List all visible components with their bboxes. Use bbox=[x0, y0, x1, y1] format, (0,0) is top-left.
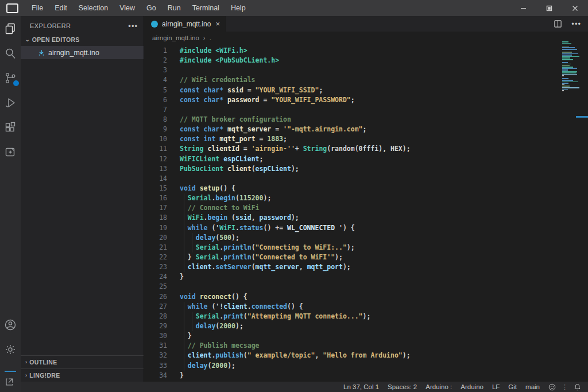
timeline-section[interactable]: › LING!DRE bbox=[21, 368, 144, 382]
overflow-dots-icon[interactable]: ⋮ bbox=[562, 383, 568, 391]
code-line[interactable]: 32 client.publish(" examplle/topic", "He… bbox=[144, 351, 588, 360]
line-number[interactable]: 7 bbox=[144, 105, 167, 115]
line-number[interactable]: 2 bbox=[144, 56, 167, 65]
settings-gear-icon[interactable] bbox=[3, 343, 17, 356]
code-line[interactable]: 9const char* mqtt_server = '"-mqtt.airng… bbox=[144, 125, 588, 134]
minimap[interactable] bbox=[562, 41, 581, 92]
code-line[interactable]: 25 bbox=[144, 282, 588, 292]
line-number[interactable]: 12 bbox=[144, 154, 167, 164]
line-number[interactable]: 33 bbox=[144, 361, 167, 371]
code-line[interactable]: 1#include <WIFi.h> bbox=[144, 46, 588, 56]
line-number[interactable]: 24 bbox=[144, 272, 167, 282]
menu-item-view[interactable]: View bbox=[114, 4, 141, 12]
minimize-icon[interactable] bbox=[510, 0, 536, 16]
add-panel-icon[interactable] bbox=[3, 145, 17, 159]
open-editors-section[interactable]: ⌄ OPEN EDITORS bbox=[21, 33, 144, 46]
more-actions-icon[interactable]: ••• bbox=[571, 20, 581, 28]
line-number[interactable]: 10 bbox=[144, 134, 167, 144]
tab-close-icon[interactable]: × bbox=[215, 20, 220, 28]
code-line[interactable]: 33 delay(2000); bbox=[144, 361, 588, 371]
code-line[interactable]: 29 delay(2000); bbox=[144, 321, 588, 331]
status-item[interactable]: Git bbox=[508, 383, 517, 390]
outline-section[interactable]: › OUTLINE bbox=[21, 355, 144, 368]
explorer-more-actions-icon[interactable]: ••• bbox=[128, 22, 138, 30]
code-editor[interactable]: 1#include <WIFi.h>2#include <PubSubCLien… bbox=[144, 44, 588, 382]
line-number[interactable]: 32 bbox=[144, 351, 167, 360]
extensions-icon[interactable] bbox=[3, 121, 17, 134]
line-number[interactable]: 16 bbox=[144, 193, 167, 203]
source-control-icon[interactable] bbox=[3, 71, 17, 85]
code-line[interactable]: 20 delay(500); bbox=[144, 233, 588, 243]
code-line[interactable]: 14 bbox=[144, 174, 588, 184]
line-number[interactable]: 11 bbox=[144, 144, 167, 154]
code-line[interactable]: 13PubSucLient client(espCLient); bbox=[144, 164, 588, 174]
notifications-bell-icon[interactable] bbox=[574, 383, 581, 391]
breadcrumb[interactable]: airngin_mqtt.ino › . bbox=[144, 32, 588, 44]
code-line[interactable]: 19 while ('WiFI.status() += WL_CONNECTED… bbox=[144, 223, 588, 233]
menu-item-file[interactable]: File bbox=[26, 4, 49, 12]
layout-box-icon[interactable] bbox=[3, 376, 17, 390]
line-number[interactable]: 20 bbox=[144, 233, 167, 243]
maximize-icon[interactable] bbox=[536, 0, 562, 16]
line-number[interactable]: 9 bbox=[144, 125, 167, 134]
line-number[interactable]: 15 bbox=[144, 184, 167, 193]
code-line[interactable]: 15void setup() { bbox=[144, 184, 588, 193]
code-line[interactable]: 7 bbox=[144, 105, 588, 115]
code-line[interactable]: 10const int mqtt_port = 1883; bbox=[144, 134, 588, 144]
line-number[interactable]: 22 bbox=[144, 253, 167, 262]
line-number[interactable]: 31 bbox=[144, 341, 167, 351]
feedback-smiley-icon[interactable] bbox=[548, 383, 556, 391]
menu-item-edit[interactable]: Edit bbox=[49, 4, 73, 12]
code-line[interactable]: 23 client.setServer(mqtt_server, mqtt_po… bbox=[144, 262, 588, 272]
line-number[interactable]: 26 bbox=[144, 292, 167, 302]
code-line[interactable]: 28 Serial.print("Attempting MQTT conneti… bbox=[144, 312, 588, 321]
line-number[interactable]: 19 bbox=[144, 223, 167, 233]
line-number[interactable]: 18 bbox=[144, 213, 167, 223]
tab-active[interactable]: airngin_mqtt.ino × bbox=[144, 16, 226, 32]
code-line[interactable]: 34} bbox=[144, 371, 588, 381]
menu-item-run[interactable]: Run bbox=[162, 4, 187, 12]
code-line[interactable]: 4// WiFi credentials bbox=[144, 75, 588, 85]
code-line[interactable]: 12WiFICLient espCLient; bbox=[144, 154, 588, 164]
account-icon[interactable] bbox=[3, 318, 17, 332]
line-number[interactable]: 34 bbox=[144, 371, 167, 381]
line-number[interactable]: 25 bbox=[144, 282, 167, 292]
breadcrumb-file[interactable]: airngin_mqtt.ino bbox=[152, 34, 199, 41]
open-editor-file-item[interactable]: airngin_mqtt.ino bbox=[21, 46, 144, 59]
menu-item-terminal[interactable]: Terminal bbox=[187, 4, 225, 12]
menu-item-help[interactable]: Help bbox=[225, 4, 252, 12]
code-line[interactable]: 8// MQTT broker configuration bbox=[144, 115, 588, 125]
status-item[interactable]: Arduino : bbox=[425, 383, 452, 390]
code-line[interactable]: 24} bbox=[144, 272, 588, 282]
line-number[interactable]: 30 bbox=[144, 331, 167, 341]
code-line[interactable]: 5const char* ssid = "YOUR_WIFI_SSID"; bbox=[144, 86, 588, 95]
code-line[interactable]: 11String clientId = 'airngin-''+ String(… bbox=[144, 144, 588, 154]
code-line[interactable]: 26void reconect() { bbox=[144, 292, 588, 302]
menu-item-go[interactable]: Go bbox=[141, 4, 162, 12]
line-number[interactable]: 6 bbox=[144, 95, 167, 105]
code-line[interactable]: 30 } bbox=[144, 331, 588, 341]
code-line[interactable]: 22 } Serial.println("Connected to WiFI'"… bbox=[144, 253, 588, 262]
line-number[interactable]: 3 bbox=[144, 65, 167, 75]
close-icon[interactable] bbox=[562, 0, 588, 16]
line-number[interactable]: 14 bbox=[144, 174, 167, 184]
code-line[interactable]: 31 // Publish mecsage bbox=[144, 341, 588, 351]
line-number[interactable]: 29 bbox=[144, 321, 167, 331]
files-icon[interactable] bbox=[3, 22, 17, 36]
line-number[interactable]: 28 bbox=[144, 312, 167, 321]
status-item[interactable]: main bbox=[525, 383, 540, 390]
menu-item-selection[interactable]: Selection bbox=[73, 4, 114, 12]
status-item[interactable]: Spaces: 2 bbox=[388, 383, 417, 390]
code-line[interactable]: 3 bbox=[144, 65, 588, 75]
line-number[interactable]: 27 bbox=[144, 302, 167, 312]
run-debug-icon[interactable] bbox=[3, 96, 17, 110]
line-number[interactable]: 21 bbox=[144, 243, 167, 253]
line-number[interactable]: 5 bbox=[144, 86, 167, 95]
search-icon[interactable] bbox=[3, 46, 17, 60]
code-line[interactable]: 27 while ('!client.connected() { bbox=[144, 302, 588, 312]
split-editor-icon[interactable] bbox=[554, 20, 562, 28]
status-item[interactable]: Ln 37, Col 1 bbox=[343, 383, 379, 390]
code-line[interactable]: 6const char* password = "YOUR_WIFI_PASSW… bbox=[144, 95, 588, 105]
code-line[interactable]: 21 Serial.println("Connecting to WiFI:..… bbox=[144, 243, 588, 253]
line-number[interactable]: 8 bbox=[144, 115, 167, 125]
